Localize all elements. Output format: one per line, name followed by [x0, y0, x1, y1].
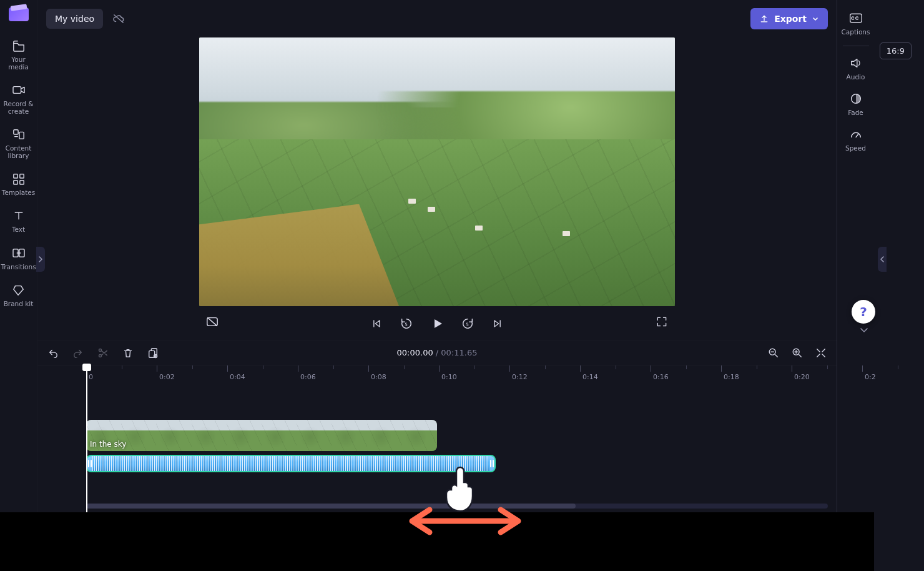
sidebar-item-label: Captions — [841, 28, 870, 36]
ruler-major-tick: 0:16 — [651, 365, 669, 384]
fit-timeline-icon[interactable] — [814, 346, 828, 360]
svg-rect-2 — [19, 132, 23, 139]
topbar: My video Export 16:9 — [37, 0, 837, 37]
timecode: 00:00.00 / 00:11.65 — [397, 348, 478, 357]
time-ruler[interactable]: 00:020:040:060:080:100:120:140:160:180:2… — [37, 365, 837, 384]
sidebar-item-templates[interactable]: Templates — [1, 167, 36, 200]
help-button[interactable]: ? — [852, 300, 875, 324]
current-time: 00:00.00 — [397, 348, 433, 357]
audio-clip[interactable] — [86, 455, 496, 472]
media-icon — [12, 39, 26, 52]
right-sidebar: Captions Audio Fade Speed — [837, 0, 874, 512]
ruler-major-tick: 0:10 — [439, 365, 457, 384]
sidebar-item-content-library[interactable]: Content library — [1, 122, 36, 163]
redo-icon[interactable] — [71, 346, 85, 360]
ruler-major-tick: 0:08 — [368, 365, 386, 384]
video-clip-label: In the sky — [90, 440, 126, 449]
sidebar-item-your-media[interactable]: Your media — [1, 34, 36, 74]
sidebar-item-brand-kit[interactable]: Brand kit — [1, 278, 36, 311]
video-clip[interactable]: In the sky — [86, 420, 437, 451]
tracks-area[interactable]: In the sky — [37, 384, 837, 512]
split-icon[interactable] — [96, 346, 110, 360]
project-title-input[interactable]: My video — [46, 9, 103, 29]
sidebar-item-captions[interactable]: Captions — [838, 9, 873, 38]
sidebar-item-speed[interactable]: Speed — [838, 125, 873, 154]
app-logo[interactable] — [9, 7, 29, 21]
ruler-major-tick: 0:2 — [862, 365, 876, 384]
timeline: 00:020:040:060:080:100:120:140:160:180:2… — [37, 365, 837, 512]
svg-rect-6 — [19, 181, 23, 184]
sidebar-item-fade[interactable]: Fade — [838, 89, 873, 119]
transitions-icon — [12, 246, 26, 260]
left-sidebar: Your media Record & create Content libra… — [0, 0, 37, 512]
svg-rect-0 — [13, 87, 21, 94]
aspect-ratio-button[interactable]: 16:9 — [880, 42, 912, 59]
preview-frame-image — [199, 37, 675, 306]
sidebar-item-label: Fade — [848, 109, 863, 116]
library-icon — [12, 127, 26, 141]
ruler-major-tick: 0:02 — [157, 365, 175, 384]
text-icon — [12, 209, 26, 222]
preview-canvas[interactable] — [199, 37, 675, 306]
skip-end-icon[interactable] — [488, 314, 507, 333]
camcorder-icon — [12, 83, 26, 97]
zoom-out-icon[interactable] — [767, 346, 780, 360]
fullscreen-icon[interactable] — [652, 312, 671, 331]
undo-icon[interactable] — [46, 346, 60, 360]
sidebar-item-text[interactable]: Text — [1, 204, 36, 237]
ruler-major-tick: 0:12 — [509, 365, 528, 384]
sidebar-item-audio[interactable]: Audio — [838, 54, 873, 83]
sidebar-item-label: Speed — [845, 144, 866, 152]
transport-controls: 5 5 — [199, 306, 675, 340]
sidebar-item-label: Audio — [847, 73, 865, 81]
timeline-scrollbar-thumb[interactable] — [86, 504, 576, 509]
help-collapse-chevron-icon[interactable] — [859, 326, 869, 334]
expand-left-panel-handle[interactable] — [36, 247, 45, 272]
zoom-in-icon[interactable] — [790, 346, 804, 360]
cloud-sync-off-icon[interactable] — [112, 12, 125, 26]
sidebar-item-label: Your media — [1, 56, 36, 71]
ruler-major-tick: 0:20 — [792, 365, 810, 384]
timeline-scrollbar[interactable] — [86, 504, 828, 509]
main-area: My video Export 16:9 — [37, 0, 837, 512]
sidebar-item-label: Transitions — [1, 263, 36, 271]
sidebar-item-label: Text — [12, 226, 25, 233]
audio-trim-handle-right[interactable] — [489, 456, 494, 471]
sidebar-item-record-create[interactable]: Record & create — [1, 78, 36, 119]
sidebar-item-transitions[interactable]: Transitions — [1, 241, 36, 274]
playhead[interactable] — [86, 365, 87, 512]
svg-text:5: 5 — [466, 322, 469, 327]
svg-rect-4 — [19, 174, 23, 178]
duration: 00:11.65 — [441, 348, 477, 357]
svg-rect-3 — [13, 174, 17, 178]
safe-zone-toggle-icon[interactable] — [203, 312, 222, 331]
upload-icon — [759, 14, 769, 24]
audio-trim-handle-left[interactable] — [87, 456, 92, 471]
audio-icon — [849, 56, 863, 70]
timeline-toolbar: 00:00.00 / 00:11.65 — [37, 340, 837, 365]
rewind-5-icon[interactable]: 5 — [397, 314, 416, 333]
play-icon[interactable] — [427, 314, 447, 334]
sidebar-item-label: Content library — [1, 144, 36, 159]
audio-waveform — [92, 456, 489, 471]
delete-icon[interactable] — [121, 346, 135, 360]
sidebar-item-label: Record & create — [1, 100, 36, 115]
ruler-major-tick: 0:18 — [721, 365, 739, 384]
sidebar-item-label: Templates — [2, 189, 35, 196]
ruler-major-tick: 0:14 — [580, 365, 598, 384]
chevron-down-icon — [812, 15, 819, 22]
preview-stage: 5 5 — [37, 37, 837, 340]
ruler-major-tick: 0:06 — [298, 365, 316, 384]
svg-rect-5 — [13, 181, 17, 184]
speed-icon — [849, 127, 863, 141]
captions-icon — [849, 11, 863, 25]
forward-5-icon[interactable]: 5 — [458, 314, 477, 333]
svg-text:5: 5 — [405, 322, 408, 327]
skip-start-icon[interactable] — [367, 314, 386, 333]
duplicate-icon[interactable] — [146, 346, 160, 360]
export-label: Export — [774, 14, 807, 24]
ruler-major-tick: 0:04 — [227, 365, 245, 384]
export-button[interactable]: Export — [750, 8, 828, 29]
expand-right-panel-handle[interactable] — [878, 247, 887, 272]
fade-icon — [849, 92, 863, 106]
